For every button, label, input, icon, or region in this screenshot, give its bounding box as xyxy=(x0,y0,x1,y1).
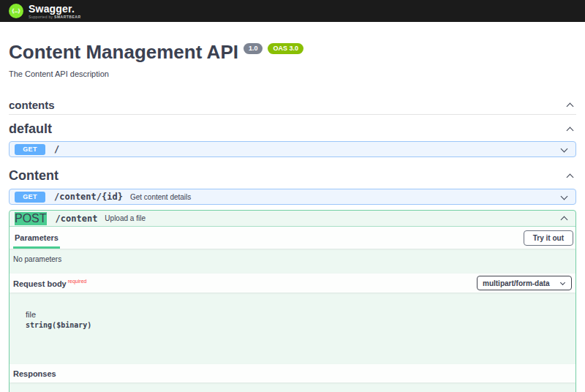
parameters-section-header: Parameters Try it out xyxy=(10,227,575,249)
oas-badge: OAS 3.0 xyxy=(268,43,303,54)
media-type-value: multipart/form-data xyxy=(483,279,550,287)
api-description: The Content API description xyxy=(9,69,576,79)
request-body-section-header: Request bodyrequired multipart/form-data xyxy=(10,274,575,293)
media-type-select[interactable]: multipart/form-data xyxy=(477,276,572,290)
chevron-up-icon[interactable] xyxy=(561,216,568,224)
request-body-label: Request body xyxy=(13,279,67,288)
tag-label-default: default xyxy=(9,121,52,137)
request-body-label-wrap: Request bodyrequired xyxy=(13,276,86,290)
tagline-smartbear: SMARTBEAR xyxy=(54,15,80,19)
tag-section-default[interactable]: default xyxy=(9,115,576,141)
tagline-prefix: Supported by xyxy=(29,15,53,19)
operation-post-content: POST /content Upload a file Parameters T… xyxy=(9,210,576,392)
api-title-text: Content Management API xyxy=(9,41,238,63)
chevron-up-icon[interactable] xyxy=(567,173,574,181)
page-title: Content Management API 1.0 OAS 3.0 xyxy=(9,41,576,63)
tag-label-content: Content xyxy=(9,168,58,184)
operation-summary: Upload a file xyxy=(105,214,146,222)
chevron-up-icon[interactable] xyxy=(567,102,574,110)
brand-tagline: Supported by SMARTBEAR xyxy=(29,15,81,19)
responses-section-header: Responses xyxy=(10,364,575,382)
required-flag: required xyxy=(68,279,87,284)
no-parameters-text: No parameters xyxy=(10,249,575,274)
method-badge-get: GET xyxy=(15,144,45,155)
body-field-name: file xyxy=(26,310,575,319)
method-badge-post: POST xyxy=(15,212,47,225)
request-body-content: file string($binary) xyxy=(10,293,575,364)
tag-section-contents[interactable]: contents xyxy=(9,95,576,115)
brand-name: Swagger. xyxy=(29,4,81,14)
operation-post-summary[interactable]: POST /content Upload a file xyxy=(10,211,575,227)
operation-path: /content xyxy=(56,214,98,224)
responses-body xyxy=(10,382,575,392)
chevron-down-icon xyxy=(560,279,565,284)
method-badge-get: GET xyxy=(15,192,45,203)
body-field-type: string($binary) xyxy=(26,321,575,329)
version-badge: 1.0 xyxy=(244,43,263,54)
try-it-out-button[interactable]: Try it out xyxy=(524,230,573,246)
chevron-up-icon[interactable] xyxy=(567,127,574,135)
tag-section-content[interactable]: Content xyxy=(9,166,576,185)
responses-label: Responses xyxy=(13,369,56,378)
tab-parameters[interactable]: Parameters xyxy=(13,227,60,249)
chevron-down-icon[interactable] xyxy=(561,192,568,200)
operation-path: / xyxy=(54,144,59,154)
operation-path: /content/{id} xyxy=(54,192,123,202)
chevron-down-icon[interactable] xyxy=(561,145,568,152)
swagger-logo-icon xyxy=(9,4,23,18)
swagger-logo[interactable]: Swagger. Supported by SMARTBEAR xyxy=(9,4,81,19)
brand-wrap: Swagger. Supported by SMARTBEAR xyxy=(29,4,81,19)
operation-get-root[interactable]: GET / xyxy=(9,141,576,157)
tag-label-contents: contents xyxy=(9,99,55,111)
operation-summary: Get content details xyxy=(130,193,191,201)
operation-get-content-id[interactable]: GET /content/{id} Get content details xyxy=(9,189,576,205)
api-documentation: Content Management API 1.0 OAS 3.0 The C… xyxy=(0,41,585,392)
topbar: Swagger. Supported by SMARTBEAR xyxy=(0,0,585,22)
